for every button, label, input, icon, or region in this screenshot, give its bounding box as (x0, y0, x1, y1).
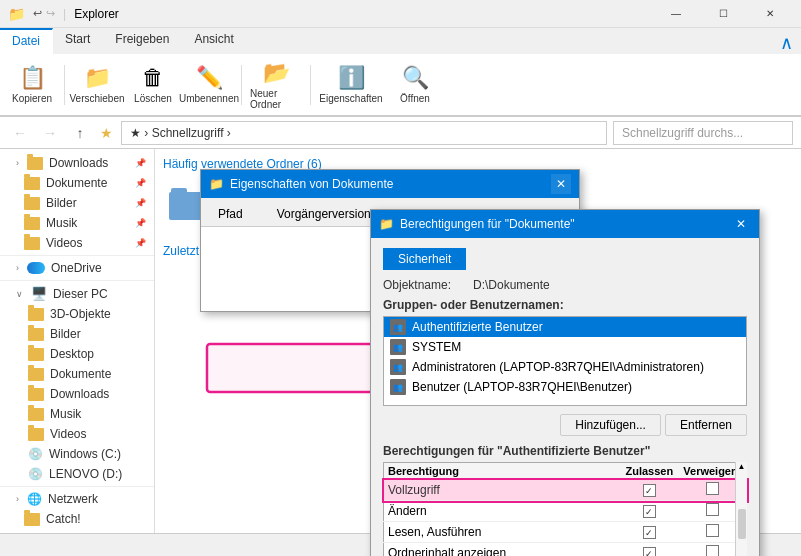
toolbar-btn-4[interactable]: ✏️ Umbenennen (185, 65, 233, 104)
sidebar-label-musik: Musik (46, 216, 77, 230)
perm-allow-1[interactable]: ✓ (619, 501, 679, 522)
perm-tabs: Sicherheit (383, 248, 747, 270)
search-box[interactable]: Schnellzugriff durchs... (613, 121, 793, 145)
tab-pfad[interactable]: Pfad (201, 202, 260, 226)
security-tab[interactable]: Sicherheit (383, 248, 466, 270)
tab-ansicht[interactable]: Ansicht (182, 28, 246, 54)
sidebar-item-lenovo-d[interactable]: 💿 LENOVO (D:) (0, 464, 154, 484)
checkbox-allow-0[interactable]: ✓ (643, 484, 656, 497)
toolbar-divider-2 (241, 65, 242, 105)
user-item-2[interactable]: 👥 Administratoren (LAPTOP-83R7QHEI\Admin… (384, 357, 746, 377)
network-icon: 🌐 (27, 492, 42, 506)
user-item-0[interactable]: 👥 Authentifizierte Benutzer (384, 317, 746, 337)
perm-table-label: Berechtigungen für "Authentifizierte Ben… (383, 444, 747, 458)
sidebar-item-onedrive[interactable]: › OneDrive (0, 258, 154, 278)
app-icon: 📁 (8, 6, 25, 22)
sidebar-item-musik2[interactable]: Musik (0, 404, 154, 424)
perm-row-ordner: Ordnerinhalt anzeigen ✓ (384, 543, 747, 557)
sidebar-item-musik[interactable]: Musik 📌 (0, 213, 154, 233)
close-button[interactable]: ✕ (747, 0, 793, 28)
sidebar-label-videos: Videos (46, 236, 82, 250)
toolbar-btn-7[interactable]: 🔍 Öffnen (391, 65, 439, 104)
scroll-thumb[interactable] (738, 509, 746, 539)
sidebar-item-windows-c[interactable]: 💿 Windows (C:) (0, 444, 154, 464)
scroll-up[interactable]: ▲ (738, 462, 746, 471)
checkbox-allow-2[interactable]: ✓ (643, 526, 656, 539)
add-button[interactable]: Hinzufügen... (560, 414, 661, 436)
ribbon-toggle[interactable]: ∧ (772, 28, 801, 54)
sidebar-label-dl2: Downloads (50, 387, 109, 401)
folder-icon (28, 328, 44, 341)
sidebar-item-videos2[interactable]: Videos (0, 424, 154, 444)
forward-button[interactable]: → (38, 121, 62, 145)
up-button[interactable]: ↑ (68, 121, 92, 145)
tab-datei[interactable]: Datei (0, 28, 53, 54)
toolbar-btn-1[interactable]: 📋 Kopieren (8, 65, 56, 104)
checkbox-deny-1[interactable] (706, 503, 719, 516)
expand-icon: › (16, 158, 19, 168)
sidebar-label-downloads: Downloads (49, 156, 108, 170)
checkbox-deny-2[interactable] (706, 524, 719, 537)
perm-row-aendern: Ändern ✓ (384, 501, 747, 522)
perm-table-scrollbar[interactable]: ▲ ▼ (735, 462, 747, 556)
divider (0, 255, 154, 256)
tab-start[interactable]: Start (53, 28, 103, 54)
toolbar-btn-5[interactable]: 📂 Neuer Ordner (250, 60, 302, 110)
checkbox-deny-0[interactable] (706, 482, 719, 495)
folder-icon-perm: 📁 (379, 217, 394, 231)
sidebar-item-desktop[interactable]: Desktop (0, 344, 154, 364)
group-label: Gruppen- oder Benutzernamen: (383, 298, 747, 312)
sidebar-item-3d-objekte[interactable]: 3D-Objekte (0, 304, 154, 324)
user-item-3[interactable]: 👥 Benutzer (LAPTOP-83R7QHEI\Benutzer) (384, 377, 746, 397)
sidebar-item-catch[interactable]: Catch! (0, 509, 154, 529)
sidebar-item-netzwerk[interactable]: › 🌐 Netzwerk (0, 489, 154, 509)
checkbox-deny-3[interactable] (706, 545, 719, 556)
toolbar-btn-2[interactable]: 📁 Verschieben (73, 65, 121, 104)
perm-name-0: Vollzugriff (384, 480, 620, 501)
sidebar-label-len: LENOVO (D:) (49, 467, 122, 481)
maximize-button[interactable]: ☐ (700, 0, 746, 28)
minimize-button[interactable]: — (653, 0, 699, 28)
toolbar-btn-3[interactable]: 🗑 Löschen (129, 65, 177, 104)
sidebar-item-downloads2[interactable]: Downloads (0, 384, 154, 404)
user-list[interactable]: 👥 Authentifizierte Benutzer 👥 SYSTEM 👥 A… (383, 316, 747, 406)
toolbar-btn-6[interactable]: ℹ️ Eigenschaften (319, 65, 383, 104)
folder-icon (27, 157, 43, 170)
sidebar-item-dokumente[interactable]: Dokumente 📌 (0, 173, 154, 193)
sidebar-label-musik2: Musik (50, 407, 81, 421)
folder-icon (28, 368, 44, 381)
sidebar-label-dieser-pc: Dieser PC (53, 287, 108, 301)
tab-freigeben[interactable]: Freigeben (103, 28, 182, 54)
checkbox-allow-1[interactable]: ✓ (643, 505, 656, 518)
col-allow-header: Zulassen (619, 463, 679, 480)
sidebar-item-dokumente2[interactable]: Dokumente (0, 364, 154, 384)
perm-allow-3[interactable]: ✓ (619, 543, 679, 557)
checkbox-allow-3[interactable]: ✓ (643, 547, 656, 556)
folder-icon (28, 348, 44, 361)
user-icon-3: 👥 (390, 379, 406, 395)
perm-name-2: Lesen, Ausführen (384, 522, 620, 543)
sidebar-item-videos[interactable]: Videos 📌 (0, 233, 154, 253)
properties-close-button[interactable]: ✕ (551, 174, 571, 194)
address-path[interactable]: ★ › Schnellzugriff › (121, 121, 607, 145)
sidebar-item-bilder2[interactable]: Bilder (0, 324, 154, 344)
properties-title: Eigenschaften von Dokumente (230, 177, 393, 191)
perm-allow-2[interactable]: ✓ (619, 522, 679, 543)
user-item-1[interactable]: 👥 SYSTEM (384, 337, 746, 357)
back-button[interactable]: ← (8, 121, 32, 145)
permissions-close-button[interactable]: ✕ (731, 214, 751, 234)
user-label-3: Benutzer (LAPTOP-83R7QHEI\Benutzer) (412, 380, 632, 394)
user-label-0: Authentifizierte Benutzer (412, 320, 543, 334)
sidebar-item-downloads[interactable]: › Downloads 📌 (0, 153, 154, 173)
perm-table-container: Berechtigung Zulassen Verweigern Vollzug… (383, 462, 747, 556)
remove-button[interactable]: Entfernen (665, 414, 747, 436)
sidebar-item-bilder[interactable]: Bilder 📌 (0, 193, 154, 213)
expand-icon: ∨ (16, 289, 23, 299)
folder-icon (24, 217, 40, 230)
sidebar-label-catch: Catch! (46, 512, 81, 526)
permissions-content: Sicherheit Objektname: D:\Dokumente Grup… (371, 238, 759, 556)
user-icon-2: 👥 (390, 359, 406, 375)
perm-allow-0[interactable]: ✓ (619, 480, 679, 501)
user-icon-1: 👥 (390, 339, 406, 355)
sidebar-item-dieser-pc[interactable]: ∨ 🖥️ Dieser PC (0, 283, 154, 304)
